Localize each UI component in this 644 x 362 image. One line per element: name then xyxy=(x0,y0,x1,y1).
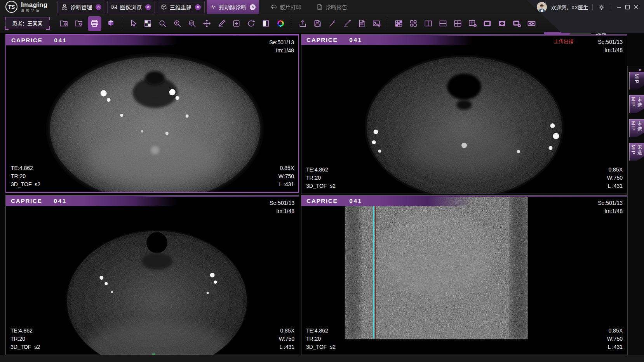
app-window: { "app": { "brand": { "circle_text": "TS… xyxy=(0,0,644,362)
layout-table-button[interactable] xyxy=(393,17,404,30)
probe-button[interactable] xyxy=(327,17,338,30)
viewport-3[interactable]: CAPRICE 041 Se:501/13Im:1/48 TE:4.862TR:… xyxy=(5,195,299,355)
zoom-in-button[interactable] xyxy=(172,17,183,30)
report-icon xyxy=(317,4,323,10)
pan-button[interactable] xyxy=(201,17,212,30)
folder-settings-button[interactable] xyxy=(58,17,69,30)
tab-diagnosis-report[interactable]: 诊断报告 xyxy=(313,1,351,13)
roi-rect-button[interactable] xyxy=(482,17,493,30)
zoom-x2-button[interactable]: x2 xyxy=(186,17,197,30)
toolbar-separator xyxy=(388,18,388,29)
search-button[interactable] xyxy=(157,17,168,30)
image-upload-button[interactable] xyxy=(371,17,382,30)
maximize-button[interactable] xyxy=(623,2,632,12)
sidebar-tab-label: 未选MIP xyxy=(630,143,643,161)
viewport-2[interactable]: CAPRICE 041 Se:501/13Im:1/48 TE:4.862TR:… xyxy=(301,34,627,194)
user-cluster: 欢迎您，XX医生 xyxy=(537,0,640,14)
checkerboard-button[interactable] xyxy=(142,17,153,30)
series-number: 041 xyxy=(54,197,66,204)
split-horizontal-button[interactable] xyxy=(437,17,448,30)
series-number: 041 xyxy=(54,37,67,44)
patient-label-box[interactable]: 患者：王某某 xyxy=(5,17,49,29)
bottom-strip xyxy=(0,355,644,362)
tab-close-button[interactable]: ✕ xyxy=(195,4,201,10)
sidebar-tab-mip[interactable]: MIP xyxy=(629,72,644,90)
film-strip-button[interactable] xyxy=(526,17,537,30)
window-controls xyxy=(614,2,640,12)
divider xyxy=(592,4,593,10)
sidebar-tab-unselected-mip-1[interactable]: 未选MIP xyxy=(629,95,644,113)
grid-remove-button[interactable] xyxy=(467,17,478,30)
tab-close-button[interactable]: ✕ xyxy=(145,4,151,10)
overlay-window-info: 0.85XW:750L :431 xyxy=(278,164,294,189)
tab-close-button[interactable]: ✕ xyxy=(96,4,101,10)
user-avatar[interactable] xyxy=(537,2,547,12)
roi-ellipse-button[interactable] xyxy=(496,17,507,30)
tab-3d-reconstruction[interactable]: 三维重建✕ xyxy=(157,1,205,13)
annotate-button[interactable] xyxy=(216,17,227,30)
viewport-grid: CAPRICE 041 Se:501/13Im:1/48 TE:4.862TR:… xyxy=(0,33,644,362)
device-name: CAPRICE xyxy=(11,37,42,44)
minimize-button[interactable] xyxy=(614,2,623,12)
cursor-button[interactable] xyxy=(127,17,138,30)
divider xyxy=(610,4,610,10)
overlay-acquisition-info: TE:4.862TR:203D_TOF s2 xyxy=(306,166,336,190)
logo-ts-icon: TS xyxy=(5,1,17,13)
roi-rect-remove-button[interactable] xyxy=(511,17,522,30)
print-button[interactable] xyxy=(88,16,101,31)
sidebar-tab-unselected-mip-3[interactable]: 未选MIP xyxy=(629,143,644,161)
overlay-series-info: Se:501/13Im:1/48 xyxy=(269,38,294,55)
overlay-window-info: 0.85XW:750L :431 xyxy=(607,166,623,190)
tab-label: 颈动脉诊断 xyxy=(219,3,246,11)
patient-label: 患者：王某某 xyxy=(12,19,42,27)
split-vertical-button[interactable] xyxy=(423,17,433,30)
tab-image-browse[interactable]: 图像浏览✕ xyxy=(107,1,155,13)
settings-gear-button[interactable] xyxy=(597,2,606,12)
invert-button[interactable] xyxy=(260,17,271,30)
toolbar-separator xyxy=(122,18,122,29)
tab-label: 诊断报告 xyxy=(325,3,347,11)
org-chart-icon xyxy=(61,4,68,10)
tab-film-print[interactable]: 胶片打印 xyxy=(267,1,305,13)
reference-line-cyan[interactable] xyxy=(373,196,374,338)
tab-label: 图像浏览 xyxy=(120,3,142,11)
mri-axial-image-1 xyxy=(6,35,298,192)
sidebar-tab-label: 未选MIP xyxy=(630,95,643,113)
grid-2x2-button[interactable] xyxy=(452,17,463,30)
viewport-4[interactable]: CAPRICE 041 Se:501/13Im:1/48 TE:4.862TR:… xyxy=(301,195,627,355)
tab-carotid-diagnosis[interactable]: 颈动脉诊断✕ xyxy=(207,0,259,14)
mri-axial-image-3 xyxy=(6,196,299,355)
tab-close-button[interactable]: ✕ xyxy=(250,4,256,10)
app-subtitle: 清影华康 xyxy=(21,9,48,12)
overlay-window-info: 0.85XW:750L :431 xyxy=(607,327,623,351)
slice-position-tick xyxy=(152,353,155,355)
rotate-button[interactable] xyxy=(245,17,256,30)
collapse-sidebar-button[interactable]: « xyxy=(639,66,641,73)
cube-3d-button[interactable] xyxy=(105,17,116,30)
layout-quad-button[interactable] xyxy=(408,17,419,30)
overlay-window-info: 0.85XW:750L :431 xyxy=(279,327,294,351)
add-roi-button[interactable] xyxy=(231,17,242,30)
upload-button[interactable] xyxy=(297,17,308,30)
overlay-series-info: Se:501/13Im:1/48 xyxy=(270,199,294,215)
save-button[interactable] xyxy=(312,17,323,30)
probe-baseline-button[interactable] xyxy=(341,17,352,30)
folder-add-button[interactable] xyxy=(73,17,84,30)
sidebar-tab-unselected-mip-2[interactable]: 未选MIP xyxy=(629,119,644,137)
upload-error-text: 上传出错 xyxy=(554,38,629,45)
image-icon xyxy=(111,4,117,10)
reference-line-red xyxy=(375,196,376,338)
tab-diagnosis-management[interactable]: 诊断管理✕ xyxy=(57,1,105,13)
color-wheel-button[interactable] xyxy=(275,17,286,30)
toolbar-separator xyxy=(292,18,292,29)
titlebar: TS Imaging 清影华康 诊断管理✕图像浏览✕三维重建✕颈动脉诊断✕胶片打… xyxy=(0,0,644,14)
report-button[interactable] xyxy=(356,17,367,30)
app-logo: TS Imaging 清影华康 xyxy=(5,1,48,13)
close-button[interactable] xyxy=(632,2,640,12)
tab-label: 胶片打印 xyxy=(280,3,301,11)
device-name: CAPRICE xyxy=(11,197,42,204)
series-banner: CAPRICE 041 xyxy=(6,35,182,45)
tool-buttons: x2 xyxy=(58,14,541,33)
overlay-acquisition-info: TE:4.862TR:203D_TOF s2 xyxy=(10,327,40,351)
viewport-1[interactable]: CAPRICE 041 Se:501/13Im:1/48 TE:4.862TR:… xyxy=(5,34,299,193)
